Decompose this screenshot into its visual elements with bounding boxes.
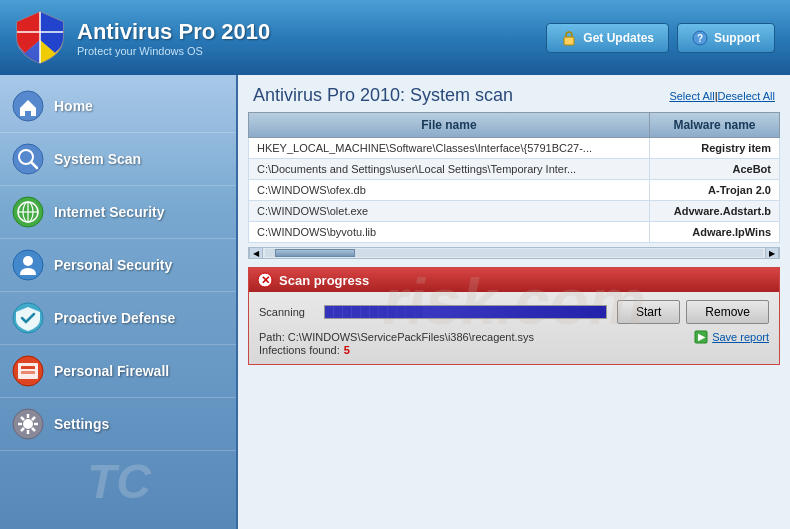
remove-button[interactable]: Remove: [686, 300, 769, 324]
svg-rect-2: [564, 37, 574, 45]
table-row[interactable]: C:\Documents and Settings\user\Local Set…: [249, 159, 780, 180]
logo-block: Antivirus Pro 2010 Protect your Windows …: [15, 10, 270, 65]
svg-text:✕: ✕: [261, 274, 270, 286]
scroll-left-button[interactable]: ◀: [249, 247, 263, 259]
sidebar-item-home[interactable]: Home: [0, 80, 238, 133]
title-block: Antivirus Pro 2010 Protect your Windows …: [77, 19, 270, 57]
malware-cell: Advware.Adstart.b: [649, 201, 779, 222]
scroll-thumb[interactable]: [275, 249, 355, 257]
scroll-track[interactable]: [265, 249, 763, 257]
horizontal-scrollbar[interactable]: ◀ ▶: [248, 247, 780, 259]
table-row[interactable]: C:\WINDOWS\byvotu.libAdware.IpWins: [249, 222, 780, 243]
svg-point-22: [23, 419, 33, 429]
header-buttons: Get Updates ? Support: [546, 23, 775, 53]
path-label: Path:: [259, 331, 285, 343]
lock-icon: [561, 30, 577, 46]
path-value: C:\WINDOWS\ServicePackFiles\i386\recagen…: [288, 331, 534, 343]
scan-progress-header: ✕ Scan progress: [249, 268, 779, 292]
file-cell: C:\Documents and Settings\user\Local Set…: [249, 159, 650, 180]
progress-row: Scanning Start Remove: [259, 300, 769, 324]
svg-point-15: [23, 256, 33, 266]
proactive-defense-label: Proactive Defense: [54, 310, 175, 326]
file-cell: C:\WINDOWS\olet.exe: [249, 201, 650, 222]
save-icon: ▶: [694, 330, 708, 344]
col-filename: File name: [249, 113, 650, 138]
internet-security-label: Internet Security: [54, 204, 164, 220]
progress-track: [324, 305, 607, 319]
scanning-label: Scanning: [259, 306, 314, 318]
sidebar-item-proactive-defense[interactable]: Proactive Defense: [0, 292, 238, 345]
help-icon: ?: [692, 30, 708, 46]
personal-firewall-label: Personal Firewall: [54, 363, 169, 379]
settings-label: Settings: [54, 416, 109, 432]
malware-cell: A-Trojan 2.0: [649, 180, 779, 201]
scan-progress-title: Scan progress: [279, 273, 369, 288]
settings-icon: [12, 408, 44, 440]
proactive-defense-icon: [12, 302, 44, 334]
select-all-link[interactable]: Select All: [669, 90, 714, 102]
select-links: Select All|Deselect All: [669, 90, 775, 102]
sidebar-item-internet-security[interactable]: Internet Security: [0, 186, 238, 239]
svg-point-6: [13, 144, 43, 174]
svg-rect-19: [21, 366, 35, 369]
save-report-link[interactable]: ▶ Save report: [694, 330, 769, 344]
sidebar-item-personal-firewall[interactable]: Personal Firewall: [0, 345, 238, 398]
malware-cell: Registry item: [649, 138, 779, 159]
file-cell: C:\WINDOWS\byvotu.lib: [249, 222, 650, 243]
progress-fill: [325, 306, 606, 318]
infections-count: 5: [344, 344, 350, 356]
personal-security-icon: [12, 249, 44, 281]
internet-icon: [12, 196, 44, 228]
scan-progress-body: Scanning Start Remove Path: C:\WINDOWS\S…: [249, 292, 779, 364]
table-row[interactable]: C:\WINDOWS\ofex.dbA-Trojan 2.0: [249, 180, 780, 201]
svg-text:?: ?: [697, 33, 703, 44]
main-layout: TC Home System Scan: [0, 75, 790, 529]
scan-path-row: Path: C:\WINDOWS\ServicePackFiles\i386\r…: [259, 330, 769, 344]
content-header: Antivirus Pro 2010: System scan Select A…: [238, 75, 790, 112]
scan-table: File name Malware name HKEY_LOCAL_MACHIN…: [248, 112, 780, 243]
scan-action-buttons: Start Remove: [617, 300, 769, 324]
shield-icon: [15, 10, 65, 65]
sidebar-item-personal-security[interactable]: Personal Security: [0, 239, 238, 292]
app-subtitle: Protect your Windows OS: [77, 45, 270, 57]
content-area: risk.com Antivirus Pro 2010: System scan…: [238, 75, 790, 529]
col-malware: Malware name: [649, 113, 779, 138]
scan-progress-section: ✕ Scan progress Scanning Start Remove: [248, 267, 780, 365]
personal-security-label: Personal Security: [54, 257, 172, 273]
content-title: Antivirus Pro 2010: System scan: [253, 85, 513, 106]
app-title: Antivirus Pro 2010: [77, 19, 270, 45]
start-button[interactable]: Start: [617, 300, 680, 324]
sidebar-item-system-scan[interactable]: System Scan: [0, 133, 238, 186]
file-cell: C:\WINDOWS\ofex.db: [249, 180, 650, 201]
personal-firewall-icon: [12, 355, 44, 387]
file-cell: HKEY_LOCAL_MACHINE\Software\Classes\Inte…: [249, 138, 650, 159]
get-updates-button[interactable]: Get Updates: [546, 23, 669, 53]
table-row[interactable]: C:\WINDOWS\olet.exeAdvware.Adstart.b: [249, 201, 780, 222]
table-row[interactable]: HKEY_LOCAL_MACHINE\Software\Classes\Inte…: [249, 138, 780, 159]
sidebar-watermark: TC: [87, 454, 151, 509]
home-icon: [12, 90, 44, 122]
svg-text:▶: ▶: [698, 332, 706, 342]
error-icon: ✕: [257, 272, 273, 288]
home-label: Home: [54, 98, 93, 114]
svg-rect-20: [21, 371, 35, 374]
support-button[interactable]: ? Support: [677, 23, 775, 53]
malware-cell: AceBot: [649, 159, 779, 180]
system-scan-icon: [12, 143, 44, 175]
sidebar-item-settings[interactable]: Settings: [0, 398, 238, 451]
infections-label: Infections found:: [259, 344, 340, 356]
infections-row: Infections found: 5: [259, 344, 769, 356]
system-scan-label: System Scan: [54, 151, 141, 167]
deselect-all-link[interactable]: Deselect All: [718, 90, 775, 102]
scroll-right-button[interactable]: ▶: [765, 247, 779, 259]
malware-cell: Adware.IpWins: [649, 222, 779, 243]
app-header: Antivirus Pro 2010 Protect your Windows …: [0, 0, 790, 75]
path-info: Path: C:\WINDOWS\ServicePackFiles\i386\r…: [259, 331, 534, 343]
table-header-row: File name Malware name: [249, 113, 780, 138]
sidebar: TC Home System Scan: [0, 75, 238, 529]
